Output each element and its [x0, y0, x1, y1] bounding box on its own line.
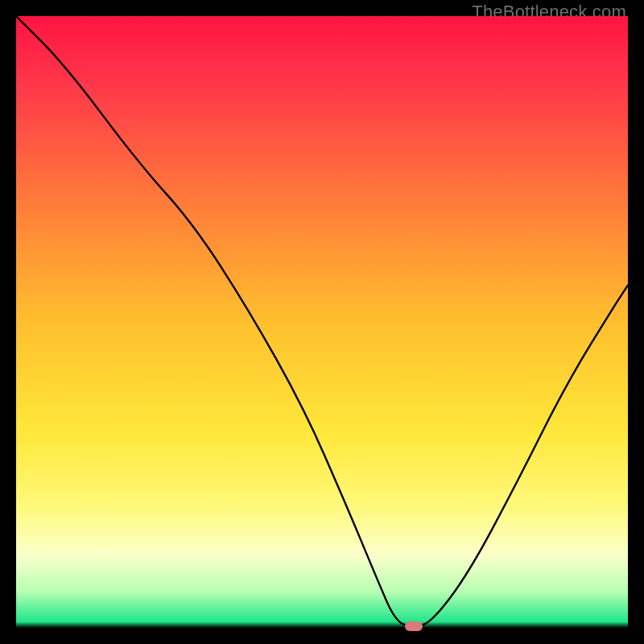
- chart-container: TheBottleneck.com: [0, 0, 644, 644]
- chart-background-gradient: [16, 16, 628, 628]
- svg-rect-0: [16, 16, 628, 628]
- plot-area: [16, 16, 628, 628]
- optimum-marker: [405, 621, 423, 631]
